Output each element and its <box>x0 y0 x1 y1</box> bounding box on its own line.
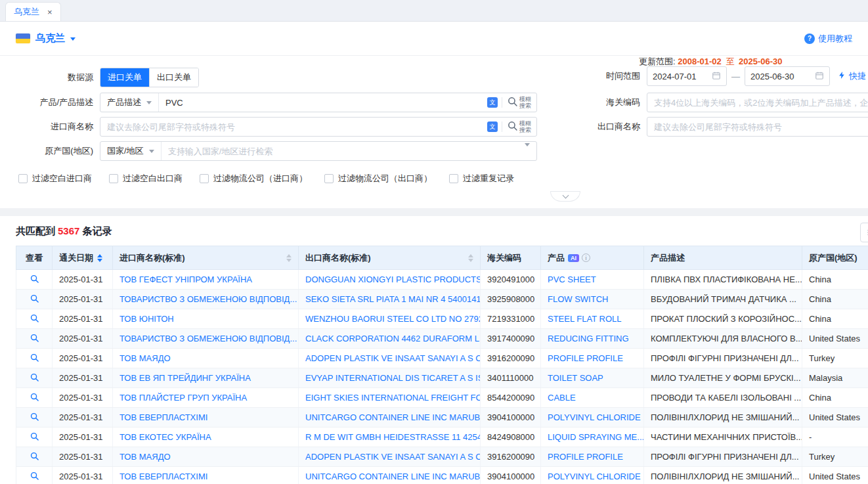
col-header-importer[interactable]: 进口商名称(标准) <box>113 246 299 270</box>
sort-icon[interactable] <box>468 254 473 262</box>
importer-link[interactable]: ТОВ ЕКОТЕС УКРАЇНА <box>113 428 299 447</box>
product-link[interactable]: PROFILE PROFILE <box>541 349 644 368</box>
exporter-link[interactable]: ADOPEN PLASTIK VE INSAAT SANAYI A S O... <box>299 349 481 368</box>
hs-code-row: 海关编码 <box>594 93 868 112</box>
checkbox-filter-logistics-importer[interactable]: 过滤物流公司（进口商） <box>200 173 307 185</box>
fuzzy-search-button[interactable]: 模糊搜索 <box>502 120 536 133</box>
view-record-button[interactable] <box>30 412 39 421</box>
view-record-button[interactable] <box>30 432 39 441</box>
origin-cell: China <box>802 309 868 329</box>
view-record-button[interactable] <box>30 393 39 401</box>
sort-icon[interactable] <box>97 254 102 262</box>
chevron-down-icon[interactable] <box>70 37 76 41</box>
importer-link[interactable]: ТОВ ЕВ ЯП ТРЕЙДИНГ УКРАЇНА <box>113 368 299 388</box>
product-link[interactable]: POLYVINYL CHLORIDE <box>541 408 644 428</box>
tutorial-link[interactable]: ? 使用教程 <box>804 33 852 45</box>
importer-link[interactable]: ТОВ ЕВЕРПЛАСТХІМІ <box>113 467 299 484</box>
col-header-exporter[interactable]: 出口商名称(标准) <box>299 246 481 270</box>
exporter-link[interactable]: ADOPEN PLASTIK VE INSAAT SANAYI A S O... <box>299 447 481 467</box>
exporter-link[interactable]: EIGHT SKIES INTERNATIONAL FREIGHT FOR... <box>299 388 481 408</box>
sort-icon[interactable] <box>286 254 292 262</box>
hs-code-cell: 3920491000 <box>481 270 541 290</box>
checkbox-filter-logistics-exporter[interactable]: 过滤物流公司（出口商） <box>324 173 432 185</box>
exporter-link[interactable]: SEKO SIETA SRL PIATA 1 MAI NR 4 5400141 … <box>299 290 481 309</box>
date-cell: 2025-01-31 <box>53 467 113 484</box>
collapse-filters-button[interactable] <box>550 191 580 202</box>
product-field-select[interactable]: 产品描述 <box>100 93 159 112</box>
date-from-picker[interactable]: 2024-07-01 <box>647 66 727 86</box>
view-record-cell <box>16 329 53 349</box>
exporter-link[interactable]: DONGGUAN XIONGYI PLASTIC PRODUCTS ... <box>299 270 481 290</box>
origin-field-select[interactable]: 国家/地区 <box>100 142 162 160</box>
lightning-icon <box>838 71 846 81</box>
importer-link[interactable]: ТОВ ПЛАЙСТЕР ГРУП УКРАЇНА <box>113 388 299 408</box>
calendar-icon <box>712 71 721 82</box>
origin-label: 原产国(地区) <box>16 145 93 157</box>
translate-icon[interactable]: 文 <box>487 97 498 108</box>
exporter-link[interactable]: UNITCARGO CONTAINER LINE INC MARUB... <box>299 408 481 428</box>
exporter-link[interactable]: EVYAP INTERNATIONAL DIS TICARET A S IS..… <box>299 368 481 388</box>
importer-link[interactable]: ТОВ ЕВЕРПЛАСТХІМІ <box>113 408 299 428</box>
importer-link[interactable]: ТОВ МАЯДО <box>113 447 299 467</box>
hs-code-cell: 8544200090 <box>481 388 541 408</box>
exporter-link[interactable]: UNITCARGO CONTAINER LINE INC MARUB... <box>299 467 481 484</box>
hs-code-input[interactable] <box>647 93 868 112</box>
tab-title: 乌克兰 <box>14 6 39 18</box>
checkbox-filter-duplicates[interactable]: 过滤重复记录 <box>449 173 514 185</box>
exporter-name-input[interactable] <box>647 117 868 137</box>
exporter-link[interactable]: R M DE WIT GMBH HEIDESTRASSE 11 4254... <box>299 428 481 447</box>
exporter-link[interactable]: CLACK CORPORATION 4462 DURAFORM L... <box>299 329 481 349</box>
col-header-date[interactable]: 通关日期 <box>53 246 113 270</box>
importer-link[interactable]: ТОВ ГЕФЕСТ УНІПРОМ УКРАЇНА <box>113 270 299 290</box>
date-cell: 2025-01-31 <box>53 388 113 408</box>
view-record-button[interactable] <box>30 353 39 362</box>
translate-icon[interactable]: 文 <box>487 121 498 132</box>
origin-search-group: 国家/地区 <box>100 141 537 161</box>
product-link[interactable]: LIQUID SPRAYING ME... <box>541 428 644 447</box>
ai-badge: AI <box>568 254 579 262</box>
date-cell: 2025-01-31 <box>53 309 113 329</box>
checkbox-filter-blank-importer[interactable]: 过滤空白进口商 <box>18 173 92 185</box>
product-search-input[interactable] <box>159 98 483 108</box>
table-row: 2025-01-31ТОВАРИСТВО З ОБМЕЖЕНОЮ ВІДПОВІ… <box>16 290 868 309</box>
table-settings-button[interactable] <box>860 223 868 242</box>
view-record-button[interactable] <box>30 314 39 322</box>
fuzzy-search-button[interactable]: 模糊搜索 <box>502 96 536 109</box>
importer-name-input[interactable] <box>100 122 483 132</box>
exporter-link[interactable]: WENZHOU BAORUI STEEL CO LTD NO 2792... <box>299 309 481 329</box>
product-link[interactable]: TOILET SOAP <box>541 368 644 388</box>
checkbox-filter-blank-exporter[interactable]: 过滤空白出口商 <box>109 173 183 185</box>
view-record-button[interactable] <box>30 334 39 342</box>
view-record-button[interactable] <box>30 294 39 303</box>
view-record-button[interactable] <box>30 275 39 283</box>
view-record-button[interactable] <box>30 472 39 480</box>
date-from-value: 2024-07-01 <box>653 72 697 81</box>
view-record-button[interactable] <box>30 452 39 460</box>
importer-label: 进口商名称 <box>16 121 93 133</box>
product-link[interactable]: POLYVINYL CHLORIDE <box>541 467 644 484</box>
date-to-picker[interactable]: 2025-06-30 <box>745 66 830 86</box>
product-link[interactable]: STEEL FLAT ROLL <box>541 309 644 329</box>
importer-link[interactable]: ТОВАРИСТВО З ОБМЕЖЕНОЮ ВІДПОВІД... <box>113 290 299 309</box>
importer-link[interactable]: ТОВ ЮНІТОН <box>113 309 299 329</box>
view-record-button[interactable] <box>30 373 39 382</box>
chevron-down-icon[interactable] <box>525 146 536 156</box>
tab-import-declarations[interactable]: 进口关单 <box>100 68 149 87</box>
product-link[interactable]: PROFILE PROFILE <box>541 447 644 467</box>
product-link[interactable]: PVC SHEET <box>541 270 644 290</box>
quick-select-button[interactable]: 快捷 <box>838 70 866 82</box>
tab-ukraine[interactable]: 乌克兰 × <box>5 2 61 21</box>
origin-country-input[interactable] <box>162 146 525 156</box>
importer-link[interactable]: ТОВАРИСТВО З ОБМЕЖЕНОЮ ВІДПОВІД... <box>113 329 299 349</box>
product-search-group: 产品描述 文 模糊搜索 <box>100 93 537 112</box>
country-title[interactable]: 乌克兰 <box>35 32 65 45</box>
date-separator: — <box>731 72 740 81</box>
product-link[interactable]: REDUCING FITTING <box>541 329 644 349</box>
info-icon[interactable]: i <box>582 253 590 262</box>
filter-checkbox-row: 过滤空白进口商 过滤空白出口商 过滤物流公司（进口商） 过滤物流公司（出口商） … <box>18 173 514 185</box>
tab-close-icon[interactable]: × <box>47 7 53 17</box>
importer-link[interactable]: ТОВ МАЯДО <box>113 349 299 368</box>
product-link[interactable]: FLOW SWITCH <box>541 290 644 309</box>
tab-export-declarations[interactable]: 出口关单 <box>149 68 198 87</box>
product-link[interactable]: CABLE <box>541 388 644 408</box>
